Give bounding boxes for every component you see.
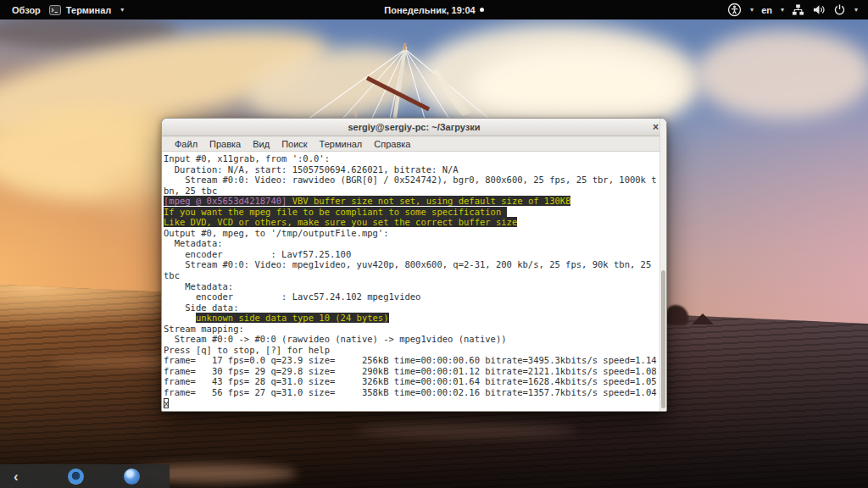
terminal-text-segment: Stream mapping: [164,324,244,334]
menu-item-правка[interactable]: Правка [203,139,247,149]
terminal-line: Stream #0:0 -> #0:0 (rawvideo (native) -… [164,334,666,345]
terminal-line: frame= 30 fps= 29 q=29.8 size= 290kB tim… [164,366,666,377]
terminal-line: Input #0, x11grab, from ':0.0': [164,153,666,164]
window-menubar: ФайлПравкаВидПоискТерминалСправка [162,136,666,152]
dock-app-icon-2[interactable] [124,469,140,485]
terminal-line: Stream #0:0: Video: mpeg1video, yuv420p,… [164,259,666,270]
terminal-line: encoder : Lavf57.25.100 [164,249,666,260]
top-bar: Обзор Терминал ▾ Понедельник, 19:04 [0,0,868,19]
terminal-line: frame= 56 fps= 27 q=31.0 size= 358kB tim… [164,387,666,398]
window-titlebar[interactable]: sergiy@sergiy-pc: ~/Загрузки × [162,119,666,136]
window-title: sergiy@sergiy-pc: ~/Загрузки [348,122,480,132]
terminal-line: encoder : Lavc57.24.102 mpeg1video [164,291,666,302]
menu-item-вид[interactable]: Вид [247,139,275,149]
terminal-line: frame= 17 fps=0.0 q=23.9 size= 256kB tim… [164,355,666,366]
dock-panel: ‹ [0,464,170,488]
terminal-text-segment: encoder : Lavc57.24.102 mpeg1video [164,291,420,302]
top-bar-right: ▾ en ▾ ▾ [727,3,868,17]
accessibility-icon[interactable] [727,3,742,17]
menu-item-терминал[interactable]: Терминал [314,139,369,149]
terminal-line: Stream mapping: [164,324,666,335]
terminal-text-segment [164,313,196,323]
terminal-text-segment: Metadata: [164,238,223,248]
wave-highlight [356,424,576,437]
terminal-line: Metadata: [164,281,666,292]
cloud [695,30,868,119]
terminal-line: Output #0, mpeg, to '/tmp/outputFile.mpg… [164,228,666,239]
terminal-line: tbc [164,270,666,281]
terminal-text-segment: Like DVD, VCD or others, make sure you s… [164,217,517,227]
network-icon[interactable] [792,3,804,16]
power-icon[interactable] [833,3,846,16]
terminal-text-segment: Output #0, mpeg, to '/tmp/outputFile.mpg… [164,228,389,238]
volume-icon[interactable] [812,3,826,16]
terminal-text-segment: Duration: N/A, start: 1505750694.626021,… [164,164,459,175]
terminal-line: bn, 25 tbc [164,186,666,197]
terminal-line: unknown side data type 10 (24 bytes) [164,313,666,324]
terminal-text-segment: bn, 25 tbc [164,186,217,196]
terminal-text-segment: frame= 17 fps=0.0 q=23.9 size= 256kB tim… [164,355,657,365]
sailboat-mast [280,19,576,134]
terminal-text-segment: Stream #0:0 -> #0:0 (rawvideo (native) -… [164,334,507,344]
terminal-text-segment: frame= 30 fps= 29 q=29.8 size= 290kB tim… [164,366,657,376]
close-button[interactable]: × [653,119,659,136]
dock-app-icon-1[interactable] [68,469,84,485]
terminal-text-segment: Stream #0:0: Video: mpeg1video, yuv420p,… [164,259,651,269]
terminal-text-segment: If you want the mpeg file to be complian… [164,207,501,217]
terminal-text-segment: tbc [164,270,180,280]
terminal-text-segment: [mpeg @ 0x5653d4218740] [164,196,287,206]
terminal-line: x [164,398,666,409]
chevron-down-icon: ▾ [120,6,124,14]
menu-item-файл[interactable]: Файл [169,139,203,149]
terminal-window: sergiy@sergiy-pc: ~/Загрузки × ФайлПравк… [161,118,667,412]
terminal-line: frame= 43 fps= 28 q=31.0 size= 326kB tim… [164,376,666,387]
terminal-line: Metadata: [164,238,666,249]
terminal-text-segment [501,207,506,217]
terminal-text-segment: VBV buffer size not set, using default s… [287,196,570,206]
terminal-text-segment: Press [q] to stop, [?] for help [164,345,330,355]
language-indicator[interactable]: en [761,5,772,15]
island-hut [692,313,714,324]
terminal-text-segment: encoder : Lavf57.25.100 [164,249,351,259]
chevron-down-icon: ▾ [750,6,754,14]
scrollbar[interactable] [659,119,666,411]
menu-item-поиск[interactable]: Поиск [275,139,313,149]
terminal-cursor: x [164,398,169,409]
scrollbar-handle[interactable] [661,270,665,408]
terminal-text-segment: Side data: [164,302,239,313]
terminal-line: [mpeg @ 0x5653d4218740] VBV buffer size … [164,196,666,207]
terminal-line: Side data: [164,302,666,313]
terminal-line: If you want the mpeg file to be complian… [164,207,666,218]
island-trees [666,305,688,325]
menu-item-справка[interactable]: Справка [368,139,416,149]
terminal-text-segment: Stream #0:0: Video: rawvideo (BGR[0] / 0… [164,175,657,185]
terminal-line: Duration: N/A, start: 1505750694.626021,… [164,164,666,175]
status-dot [480,8,484,12]
terminal-text-segment: frame= 56 fps= 27 q=31.0 size= 358kB tim… [164,387,657,397]
terminal-text-segment: Input #0, x11grab, from ':0.0': [164,153,330,164]
terminal-line: Stream #0:0: Video: rawvideo (BGR[0] / 0… [164,175,666,186]
desktop: Обзор Терминал ▾ Понедельник, 19:04 [0,0,868,488]
terminal-text-segment: Metadata: [164,281,233,291]
terminal-app-icon [49,5,61,15]
chevron-down-icon: ▾ [854,6,858,14]
dock-chevron-left-icon[interactable]: ‹ [14,469,19,484]
terminal-text-segment: frame= 43 fps= 28 q=31.0 size= 326kB tim… [164,376,657,386]
chevron-down-icon: ▾ [781,6,784,14]
terminal-line: Like DVD, VCD or others, make sure you s… [164,217,666,228]
top-bar-left: Обзор Терминал ▾ [0,5,124,15]
terminal-line: Press [q] to stop, [?] for help [164,345,666,356]
activities-button[interactable]: Обзор [8,5,44,15]
clock-button[interactable]: Понедельник, 19:04 [384,5,475,15]
terminal-output[interactable]: Input #0, x11grab, from ':0.0': Duration… [162,152,666,412]
app-menu-button[interactable]: Терминал [66,5,115,15]
terminal-text-segment: unknown side data type 10 (24 bytes) [196,313,389,323]
